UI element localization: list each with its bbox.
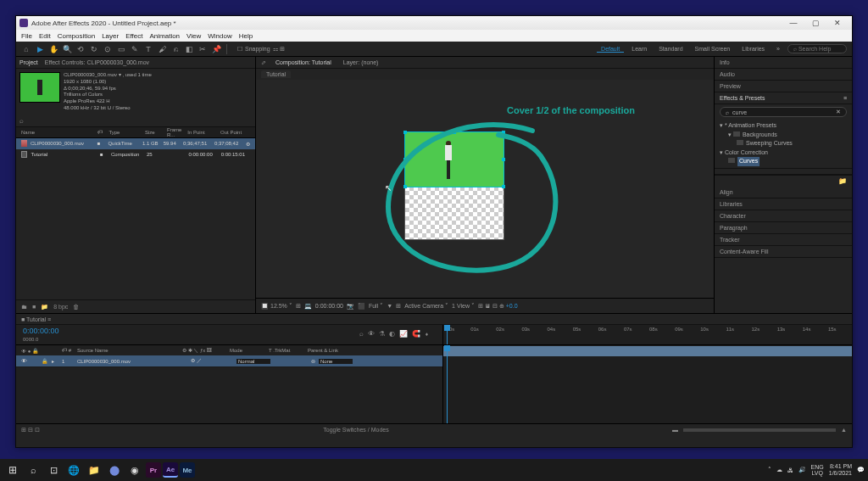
interpret-icon[interactable]: 🖿: [21, 304, 27, 310]
timeline-ruler[interactable]: :00s01s02s03s 04s05s06s07s 08s09s10s11s …: [443, 327, 852, 332]
minimize-button[interactable]: —: [782, 17, 804, 29]
tl-search-icon[interactable]: ⌕: [359, 330, 364, 338]
home-tool[interactable]: ⌂: [21, 44, 31, 54]
menu-animation[interactable]: Animation: [149, 32, 180, 40]
workspace-standard[interactable]: Standard: [654, 46, 687, 52]
tl-marker-icon[interactable]: ⬧: [425, 330, 429, 338]
rect-tool[interactable]: ▭: [116, 44, 126, 54]
menu-file[interactable]: File: [21, 32, 32, 40]
menu-edit[interactable]: Edit: [39, 32, 51, 40]
menu-layer[interactable]: Layer: [102, 32, 119, 40]
comp-sub-tab[interactable]: Tutorial: [261, 70, 291, 78]
tree-color-correction[interactable]: ▾ Color Correction: [720, 148, 847, 158]
steam-icon[interactable]: ◉: [125, 461, 144, 478]
chrome-icon[interactable]: 🌐: [64, 461, 83, 478]
panel-info[interactable]: Info: [715, 57, 852, 69]
brush-tool[interactable]: 🖌: [157, 44, 167, 54]
tl-shy-icon[interactable]: 👁: [368, 330, 375, 338]
col-frame[interactable]: Frame R...: [167, 127, 184, 137]
tl-graph-icon[interactable]: 📈: [399, 330, 408, 338]
search-taskbar-icon[interactable]: ⌕: [24, 461, 42, 478]
tree-sweeping-curves[interactable]: Sweeping Curves: [720, 139, 847, 148]
explorer-icon[interactable]: 📁: [85, 461, 103, 478]
tab-layer[interactable]: Layer: (none): [341, 59, 381, 66]
tray-lang[interactable]: ENG: [811, 464, 824, 470]
puppet-tool[interactable]: 📌: [211, 44, 221, 54]
panel-tracker[interactable]: Tracker: [715, 234, 852, 246]
eraser-tool[interactable]: ◧: [184, 44, 194, 54]
start-button[interactable]: ⊞: [3, 461, 22, 478]
workspace-more[interactable]: »: [772, 46, 784, 52]
tl-expand-icon[interactable]: ⊞ ⊟ ⊡: [21, 427, 40, 433]
tree-curves[interactable]: Curves: [720, 157, 847, 166]
timeline-track-area[interactable]: [443, 345, 852, 423]
menu-help[interactable]: Help: [239, 32, 253, 40]
tray-up-icon[interactable]: ˄: [768, 467, 771, 473]
menu-view[interactable]: View: [186, 32, 201, 40]
tab-composition[interactable]: Composition: Tutorial: [273, 59, 334, 66]
premiere-icon[interactable]: Pr: [146, 462, 161, 478]
menu-effect[interactable]: Effect: [125, 32, 142, 40]
composition-viewport[interactable]: Cover 1/2 of the composition ↖: [256, 80, 714, 298]
flowchart-icon[interactable]: ⬀: [261, 59, 266, 66]
help-search[interactable]: ⌕ Search Help: [787, 44, 847, 53]
hand-tool[interactable]: ✋: [48, 44, 58, 54]
new-bin-icon[interactable]: 📁: [838, 177, 847, 185]
type-tool[interactable]: T: [143, 44, 153, 54]
effects-search[interactable]: ⌕ curve✕: [720, 107, 847, 117]
tray-clock[interactable]: 8:41 PM 1/6/2021: [829, 463, 852, 476]
tl-zoom-slider[interactable]: [683, 428, 836, 432]
tray-volume-icon[interactable]: 🔊: [798, 467, 806, 473]
col-source-name[interactable]: Source Name: [77, 348, 177, 353]
col-type[interactable]: Type: [108, 130, 142, 135]
col-out[interactable]: Out Point: [220, 130, 250, 135]
col-mode[interactable]: Mode: [230, 348, 264, 353]
col-size[interactable]: Size: [145, 130, 164, 135]
tab-project[interactable]: Project: [19, 59, 38, 65]
toggle-switches[interactable]: Toggle Switches / Modes: [323, 427, 388, 433]
greenscreen-layer[interactable]: [405, 132, 504, 187]
menu-composition[interactable]: Composition: [58, 32, 95, 40]
panel-effects-presets[interactable]: Effects & Presets: [720, 95, 765, 101]
rotate-tool[interactable]: ↻: [89, 44, 99, 54]
delete-icon[interactable]: 🗑: [73, 304, 79, 310]
pen-tool[interactable]: ✎: [130, 44, 140, 54]
tray-kb[interactable]: LVQ: [811, 470, 824, 476]
playhead[interactable]: [447, 325, 448, 344]
workspace-learn[interactable]: Learn: [627, 46, 651, 52]
tray-network-icon[interactable]: 🖧: [787, 467, 793, 473]
selection-tool[interactable]: ▶: [35, 44, 45, 54]
tray-notifications-icon[interactable]: 💬: [857, 467, 865, 473]
project-search-icon[interactable]: ⌕: [19, 117, 24, 125]
tree-animation-presets[interactable]: ▾ * Animation Presets: [720, 121, 847, 131]
clone-tool[interactable]: ⎌: [170, 44, 181, 54]
zoom-dropdown[interactable]: 🔲 12.5% ˅: [261, 303, 292, 310]
after-effects-icon[interactable]: Ae: [163, 462, 178, 478]
timeline-tab[interactable]: ■ Tutorial ≡: [21, 316, 51, 322]
snapping-toggle[interactable]: ☐ Snapping ⚏ ⊞: [237, 46, 285, 53]
orbit-tool[interactable]: ⟲: [75, 44, 86, 54]
new-folder-icon[interactable]: 📁: [41, 304, 48, 310]
task-view-icon[interactable]: ⊡: [44, 461, 63, 478]
workspace-libraries[interactable]: Libraries: [737, 46, 769, 52]
tree-backgrounds[interactable]: ▾ Backgrounds: [720, 131, 847, 140]
panel-preview[interactable]: Preview: [715, 81, 852, 92]
close-button[interactable]: ✕: [826, 17, 849, 29]
tab-effect-controls[interactable]: Effect Controls: CLIP0000030_000.mov: [45, 59, 149, 65]
anchor-tool[interactable]: ⊙: [103, 44, 113, 54]
layer-track-1[interactable]: [443, 346, 852, 356]
col-name[interactable]: Name: [21, 130, 94, 135]
panel-paragraph[interactable]: Paragraph: [715, 222, 852, 234]
menu-window[interactable]: Window: [208, 32, 231, 40]
roto-tool[interactable]: ✂: [198, 44, 208, 54]
workspace-default[interactable]: Default: [597, 46, 624, 53]
panel-character[interactable]: Character: [715, 210, 852, 222]
col-parent[interactable]: Parent & Link: [308, 348, 338, 353]
tl-zoom-in-icon[interactable]: ▲: [841, 427, 847, 433]
media-encoder-icon[interactable]: Me: [180, 462, 195, 478]
new-comp-icon[interactable]: ■: [32, 304, 36, 310]
panel-audio[interactable]: Audio: [715, 69, 852, 81]
tl-fx-icon[interactable]: ⚗: [379, 330, 385, 338]
bpc-toggle[interactable]: 8 bpc: [53, 304, 68, 310]
layer-row-1[interactable]: 👁🔒 ▸ 1 CLIP0000030_000.mov ⚙ ／ Normal ⊚ …: [16, 355, 442, 367]
